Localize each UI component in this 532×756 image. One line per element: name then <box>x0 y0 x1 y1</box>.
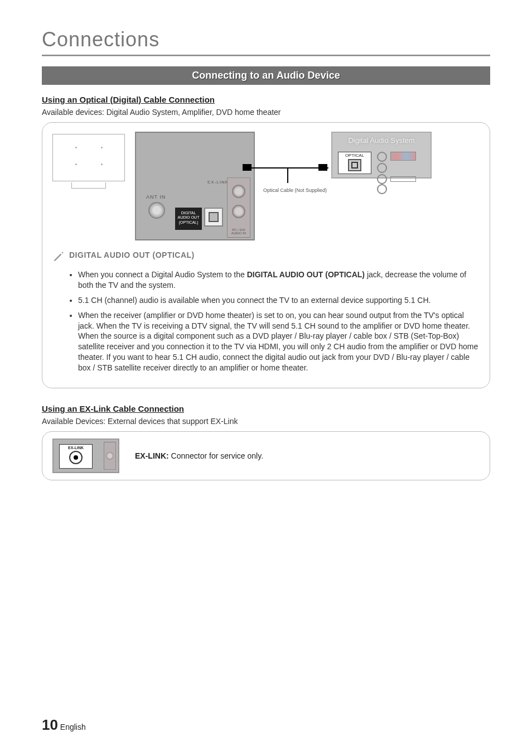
cable-plug-icon <box>318 164 327 171</box>
pc-audio-label: PC / DVI AUDIO IN <box>228 228 250 235</box>
optical-cable-line <box>245 167 328 168</box>
page-language: English <box>60 723 86 731</box>
exlink-panel-graphic: EX-LINK <box>52 439 119 473</box>
exlink-label-backpanel: EX-LINK <box>207 180 229 185</box>
page-number: 10 <box>42 716 58 733</box>
exlink-port-label: EX-LINK <box>60 446 92 450</box>
section2-available: Available Devices: External devices that… <box>42 417 490 426</box>
page-footer: 10 English <box>42 716 86 734</box>
page-title: Connections <box>42 28 490 51</box>
section2-panel: EX-LINK EX-LINK: Connector for service o… <box>42 431 490 480</box>
audio-jack-icon <box>232 185 245 198</box>
note-icon <box>52 251 65 265</box>
title-underline <box>42 55 490 56</box>
digital-audio-system-box: Digital Audio System OPTICAL <box>331 132 432 179</box>
system-optical-label: OPTICAL <box>339 153 370 158</box>
tv-back-panel: EX-LINK ANT IN DIGITAL AUDIO OUT (OPTICA… <box>135 132 255 240</box>
tv-icon <box>52 134 125 181</box>
cable-plug-icon <box>243 164 252 171</box>
connection-diagram: EX-LINK ANT IN DIGITAL AUDIO OUT (OPTICA… <box>52 132 480 240</box>
antenna-label: ANT IN <box>146 194 166 200</box>
digital-audio-out-label: DIGITAL AUDIO OUT (OPTICAL) <box>175 208 202 230</box>
section-banner: Connecting to an Audio Device <box>42 66 490 85</box>
system-aux-ports <box>377 152 426 174</box>
section2-heading: Using an EX-Link Cable Connection <box>42 404 490 413</box>
exlink-description: EX-LINK: Connector for service only. <box>135 451 263 460</box>
exlink-port-box: EX-LINK <box>59 444 93 469</box>
section1-panel: EX-LINK ANT IN DIGITAL AUDIO OUT (OPTICA… <box>42 122 490 388</box>
optical-port-icon <box>204 208 223 227</box>
exlink-jack-icon <box>69 451 83 464</box>
exlink-side-column <box>104 442 116 470</box>
list-item: 5.1 CH (channel) audio is available when… <box>78 295 480 306</box>
pc-audio-column: PC / DVI AUDIO IN <box>227 177 250 238</box>
audio-jack-icon <box>106 452 114 460</box>
antenna-jack-icon <box>148 202 165 219</box>
cable-label: Optical Cable (Not Supplied) <box>262 187 328 193</box>
note-heading: DIGITAL AUDIO OUT (OPTICAL) <box>69 251 195 259</box>
audio-system-title: Digital Audio System <box>332 133 431 145</box>
list-item: When you connect a Digital Audio System … <box>78 269 480 291</box>
audio-jack-icon <box>232 205 245 218</box>
section1-heading: Using an Optical (Digital) Cable Connect… <box>42 95 490 104</box>
section1-available: Available devices: Digital Audio System,… <box>42 108 490 117</box>
note-bullet-list: When you connect a Digital Audio System … <box>78 269 480 373</box>
cable-callout-line <box>287 167 288 183</box>
system-optical-port: OPTICAL <box>338 152 371 174</box>
list-item: When the receiver (amplifier or DVD home… <box>78 310 480 373</box>
